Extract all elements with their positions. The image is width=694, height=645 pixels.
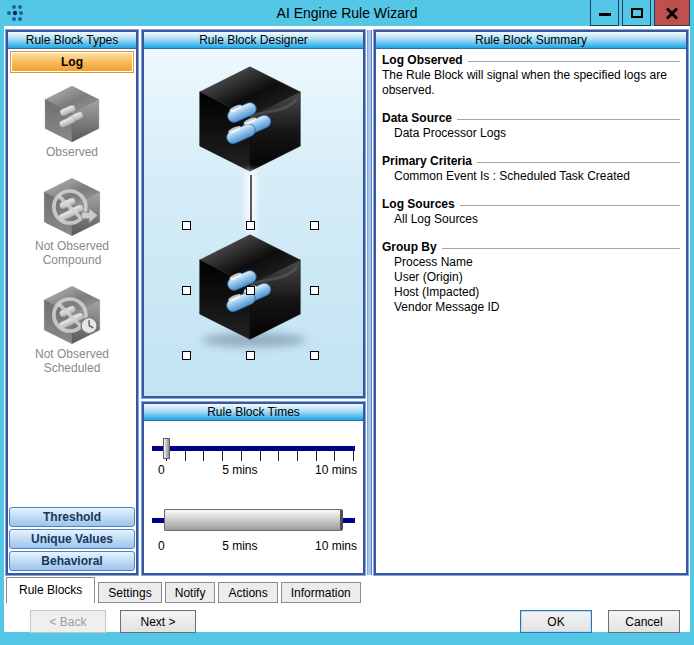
section-rule-line xyxy=(477,162,680,163)
designer-source-cube[interactable] xyxy=(191,61,309,181)
unique-values-button[interactable]: Unique Values xyxy=(9,529,135,549)
close-button[interactable] xyxy=(654,0,690,26)
selection-handle-bottom-right[interactable] xyxy=(310,351,319,360)
section-line: The Rule Block will signal when the spec… xyxy=(382,68,680,98)
tab-information[interactable]: Information xyxy=(281,582,361,603)
dialog-content: Rule Block Types Log Observed xyxy=(4,26,690,632)
section-title: Log Observed xyxy=(382,53,463,68)
selection-handle-top-right[interactable] xyxy=(310,221,319,230)
selection-handle-top-left[interactable] xyxy=(182,221,191,230)
section-line: All Log Sources xyxy=(382,212,680,227)
tab-settings[interactable]: Settings xyxy=(98,582,161,603)
section-line: User (Origin) xyxy=(382,270,680,285)
minimize-icon xyxy=(599,13,611,16)
panel-splitter[interactable] xyxy=(367,30,372,575)
section-title: Primary Criteria xyxy=(382,154,472,169)
section-title: Group By xyxy=(382,240,437,255)
summary-section-data-source: Data Source Data Processor Logs xyxy=(382,111,680,141)
ai-engine-rule-wizard-window: AI Engine Rule Wizard Rule Block Types L… xyxy=(0,0,694,645)
panels-row: Rule Block Types Log Observed xyxy=(6,30,688,575)
tab-notify[interactable]: Notify xyxy=(165,582,216,603)
rule-block-types-header: Rule Block Types xyxy=(8,32,136,49)
summary-section-group-by: Group By Process Name User (Origin) Host… xyxy=(382,240,680,315)
rule-block-times-header: Rule Block Times xyxy=(144,404,363,421)
designer-canvas[interactable] xyxy=(144,49,363,396)
type-not-observed-compound[interactable]: Not Observed Compound xyxy=(35,175,109,267)
selection-handle-bottom-left[interactable] xyxy=(182,351,191,360)
selection-handle-mid-left[interactable] xyxy=(182,286,191,295)
times-area: 0 5 mins 10 mins 0 5 mins 10 mins xyxy=(144,421,363,573)
not-observed-scheduled-cube-icon xyxy=(37,283,107,347)
type-observed[interactable]: Observed xyxy=(39,83,105,159)
summary-section-log-sources: Log Sources All Log Sources xyxy=(382,197,680,227)
threshold-button[interactable]: Threshold xyxy=(9,507,135,527)
section-rule-line xyxy=(460,205,680,206)
tab-actions[interactable]: Actions xyxy=(218,582,277,603)
rule-block-designer-panel: Rule Block Designer xyxy=(142,30,365,398)
section-line: Host (Impacted) xyxy=(382,285,680,300)
summary-section-log-observed: Log Observed The Rule Block will signal … xyxy=(382,53,680,98)
rule-block-summary-header: Rule Block Summary xyxy=(376,32,686,49)
selection-handle-mid-center[interactable] xyxy=(246,286,255,295)
titlebar: AI Engine Rule Wizard xyxy=(0,0,694,26)
slider1-tick-marks xyxy=(166,451,355,461)
section-title: Log Sources xyxy=(382,197,455,212)
dialog-buttons: OK Cancel xyxy=(520,610,680,633)
slider1-label-max: 10 mins xyxy=(315,463,357,477)
log-category-button[interactable]: Log xyxy=(10,51,134,73)
section-title: Data Source xyxy=(382,111,452,126)
slider1-label-mid: 5 mins xyxy=(222,463,257,477)
selection-handle-mid-right[interactable] xyxy=(310,286,319,295)
close-icon xyxy=(665,6,679,20)
rule-block-designer-header: Rule Block Designer xyxy=(144,32,363,49)
maximize-button[interactable] xyxy=(622,0,651,26)
section-line: Vendor Message ID xyxy=(382,300,680,315)
time-slider-1: 0 5 mins 10 mins xyxy=(150,435,357,481)
type-observed-label: Observed xyxy=(46,145,98,159)
back-button[interactable]: < Back xyxy=(30,610,106,633)
slider2-range-bar[interactable] xyxy=(164,509,343,531)
slider1-thumb[interactable] xyxy=(163,438,170,459)
slider2-label-max: 10 mins xyxy=(315,539,357,553)
selection-handle-top-center[interactable] xyxy=(246,221,255,230)
clock-icon xyxy=(81,318,97,334)
ok-button[interactable]: OK xyxy=(520,610,592,633)
observed-cube-icon xyxy=(39,83,105,145)
section-line: Process Name xyxy=(382,255,680,270)
tab-rule-blocks[interactable]: Rule Blocks xyxy=(6,577,95,603)
log-types-list: Observed Not Observed Compound xyxy=(8,75,136,504)
not-observed-compound-cube-icon xyxy=(37,175,107,239)
rule-block-types-panel: Rule Block Types Log Observed xyxy=(6,30,138,575)
rule-block-times-panel: Rule Block Times 0 5 mins 10 mins xyxy=(142,402,365,575)
section-line: Data Processor Logs xyxy=(382,126,680,141)
type-not-observed-scheduled-label: Not Observed xyxy=(35,347,109,361)
section-line: Common Event Is : Scheduled Task Created xyxy=(382,169,680,184)
cancel-button[interactable]: Cancel xyxy=(608,610,680,633)
summary-section-primary-criteria: Primary Criteria Common Event Is : Sched… xyxy=(382,154,680,184)
maximize-icon xyxy=(631,8,643,18)
slider2-label-min: 0 xyxy=(158,539,165,553)
designer-column: Rule Block Designer xyxy=(142,30,365,575)
section-rule-line xyxy=(468,61,680,62)
type-not-observed-compound-label: Not Observed xyxy=(35,239,109,253)
section-rule-line xyxy=(442,248,680,249)
selection-handle-bottom-center[interactable] xyxy=(246,351,255,360)
behavioral-button[interactable]: Behavioral xyxy=(9,551,135,571)
wizard-tabstrip: Rule Blocks Settings Notify Actions Info… xyxy=(6,577,688,603)
rule-block-summary-panel: Rule Block Summary Log Observed The Rule… xyxy=(374,30,688,575)
next-button[interactable]: Next > xyxy=(120,610,196,633)
logrhythm-dots-logo-icon xyxy=(4,2,30,24)
slider2-label-mid: 5 mins xyxy=(222,539,257,553)
section-rule-line xyxy=(457,119,680,120)
footer-button-row: < Back Next > OK Cancel xyxy=(6,603,688,633)
window-controls xyxy=(587,0,690,24)
minimize-button[interactable] xyxy=(590,0,619,26)
slider1-label-min: 0 xyxy=(158,463,165,477)
time-slider-2: 0 5 mins 10 mins xyxy=(150,507,357,553)
type-not-observed-scheduled[interactable]: Not Observed Scheduled xyxy=(35,283,109,375)
category-buttons: Threshold Unique Values Behavioral xyxy=(8,504,136,573)
summary-content: Log Observed The Rule Block will signal … xyxy=(376,49,686,573)
